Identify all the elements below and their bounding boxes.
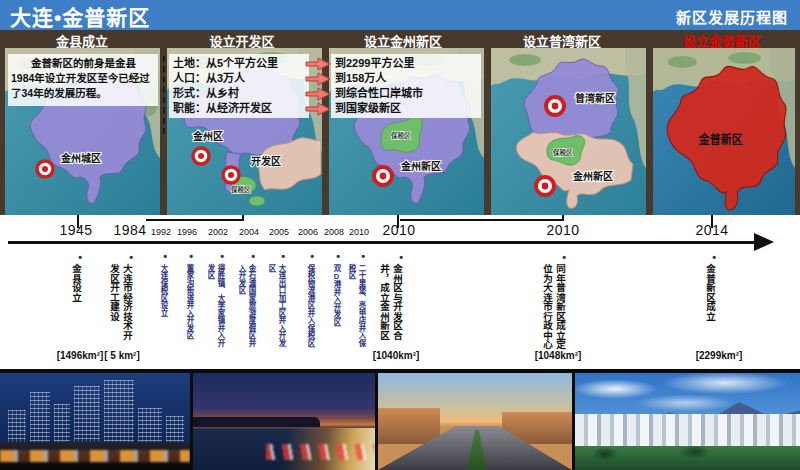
- city-skyline: [575, 414, 800, 448]
- page-subtitle: 新区发展历程图: [676, 6, 788, 27]
- location-marker: [193, 148, 209, 164]
- timeline-arrowhead-icon: [754, 233, 774, 251]
- event-2006-wuliu: 保税物流港区并入保税区: [305, 264, 315, 358]
- year-1992: 1992: [151, 227, 171, 237]
- map-2010-puwan-newarea: 普湾新区 保税区 金州新区: [491, 48, 646, 215]
- building: [166, 416, 184, 444]
- stat-land-from: 土地：从5个平方公里: [173, 56, 305, 71]
- stat-form-to: 到综合性口岸城市: [335, 86, 477, 101]
- area-label-5: [ 5 km²]: [104, 350, 140, 361]
- vegetation-patch: [509, 54, 541, 66]
- area-label-1040: [1040km²]: [373, 350, 420, 361]
- building: [8, 410, 26, 444]
- event-2010-ershilipu: 二十里堡、亮甲店并入保 税区: [346, 264, 366, 358]
- event-1992-baoshui: 大连保税区设立: [158, 264, 168, 358]
- region-label: 保税区: [230, 185, 251, 194]
- event-2008-shuangd: 双D港并入开发区: [331, 264, 341, 358]
- region-baoshui-2: [249, 196, 265, 206]
- to-stats-panel: 到2299平方公里 到158万人 到综合性口岸城市 到国家级新区: [331, 54, 481, 118]
- green-foreground: [575, 446, 800, 470]
- location-marker: [546, 97, 564, 115]
- event-2010-jinzhou-new: 金州区与开发区合 并，成立金州新区: [378, 264, 404, 358]
- photo-coastal-road-dusk: [193, 373, 375, 470]
- event-2005-chukou: 大连出口加工区并入开发 区: [266, 264, 286, 358]
- light-trails: [266, 444, 375, 460]
- region-label: 保税区: [552, 148, 573, 157]
- stat-role-from: 职能：从经济开发区: [173, 101, 305, 116]
- region-label: 开发区: [251, 155, 281, 167]
- page-title: 大连•金普新区: [10, 1, 150, 31]
- building: [30, 392, 50, 444]
- stat-form-from: 形式：从乡村: [173, 86, 305, 101]
- location-marker: [374, 167, 392, 185]
- arrow-right-icon: [304, 72, 332, 86]
- location-marker: [536, 177, 554, 195]
- year-2004: 2004: [239, 227, 259, 237]
- satellite-map-4: 普湾新区 保税区 金州新区: [491, 48, 646, 215]
- area-label-2299: [2299km²]: [696, 350, 743, 361]
- stat-land-to: 到2299平方公里: [335, 56, 477, 71]
- year-2010-a: 2010: [349, 227, 369, 237]
- region-label: 金普新区: [698, 133, 743, 147]
- year-2010-b: 2010: [382, 222, 415, 238]
- buildings-left: [378, 408, 440, 444]
- building-tower: [74, 386, 100, 444]
- year-2002: 2002: [208, 227, 228, 237]
- headland-silhouette: [193, 417, 320, 427]
- year-1945: 1945: [59, 222, 92, 238]
- arrow-right-icon: [304, 102, 332, 116]
- region-label: 金州区: [192, 130, 223, 142]
- timeline-bracket: [400, 219, 563, 221]
- vegetation-patch: [668, 56, 697, 68]
- stat-pop-to: 到158万人: [335, 71, 477, 86]
- region-label: 金州新区: [400, 160, 441, 172]
- event-2002-desheng: 得胜镇、大李家镇并入开 发区: [205, 264, 225, 358]
- building-tower: [104, 380, 134, 444]
- location-marker: [37, 161, 53, 177]
- year-1996: 1996: [177, 227, 197, 237]
- event-2004-jinshitan: 金石滩国家旅游度假区并 入开发区: [236, 264, 256, 358]
- stat-pop-from: 人口：从3万人: [173, 71, 305, 86]
- year-2006: 2006: [298, 227, 318, 237]
- from-stats-panel: 土地：从5个平方公里 人口：从3万人 形式：从乡村 职能：从经济开发区: [169, 54, 309, 118]
- photo-night-cityscape: [0, 373, 190, 470]
- event-1984-kaifaqu: 大连市经济技术开 发区开工建设: [108, 264, 134, 358]
- light-trails: [0, 450, 190, 462]
- satellite-map-5: 金普新区: [653, 48, 795, 215]
- header-bar: 大连•金普新区 新区发展历程图: [0, 0, 800, 30]
- year-2010-c: 2010: [546, 222, 579, 238]
- area-label-1496: [1496km²]: [57, 350, 104, 361]
- event-2010-puwan-new: 同年普湾新区成立定 位为大连市行政中心: [541, 264, 567, 358]
- event-1996-dongjiagou: 董家沟街道并入开发区: [184, 264, 194, 358]
- building: [138, 408, 162, 444]
- photo-avenue-sunset: [378, 373, 572, 470]
- photo-city-panorama-day: [575, 373, 800, 470]
- location-marker: [223, 167, 239, 183]
- region-label: 金州城区: [60, 152, 101, 164]
- year-2014: 2014: [695, 222, 728, 238]
- year-2008: 2008: [324, 227, 344, 237]
- stat-role-to: 到国家级新区: [335, 101, 477, 116]
- event-2014-jinpu-new: 金普新区成立: [704, 264, 717, 358]
- infographic-page: 大连•金普新区 新区发展历程图 金县成立 设立开发区 设立金州新区 设立普湾新区…: [0, 0, 800, 470]
- vegetation-patch: [728, 52, 761, 64]
- event-1945-jinxian: 金县设立: [70, 264, 83, 358]
- intro-panel: 金普新区的前身是金县1984年设立开发区至今已经过了34年的发展历程。: [8, 54, 158, 106]
- region-label: 金州新区: [572, 170, 613, 182]
- region-label: 普湾新区: [575, 92, 615, 104]
- timeline-axis: [8, 241, 756, 244]
- year-2005: 2005: [269, 227, 289, 237]
- year-1984: 1984: [113, 222, 146, 238]
- region-label: 保税区: [390, 131, 411, 140]
- building: [54, 404, 70, 444]
- intro-text: 金普新区的前身是金县1984年设立开发区至今已经过了34年的发展历程。: [11, 56, 155, 101]
- arrow-right-icon: [304, 57, 332, 71]
- area-label-1048: [1048km²]: [535, 350, 582, 361]
- dashed-divider: [163, 56, 165, 134]
- map-2014-jinpu-newarea: 金普新区: [653, 48, 795, 215]
- timeline-bracket: [146, 219, 244, 221]
- arrow-right-icon: [304, 87, 332, 101]
